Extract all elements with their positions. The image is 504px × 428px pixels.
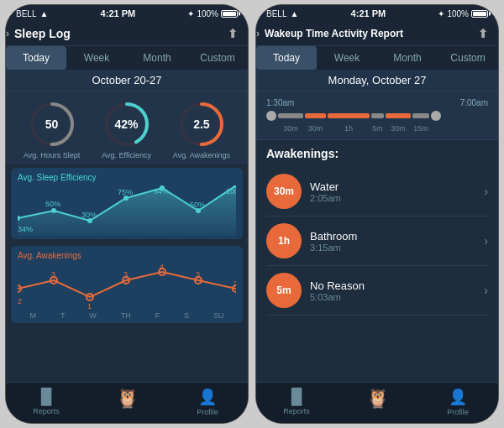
awakening-item-3[interactable]: 5m No Reason 5:03am › — [266, 266, 488, 316]
left-status-bar: BELL ▲ 4:21 PM ✦ 100% — [6, 5, 248, 22]
timeline-end-dot — [431, 111, 441, 121]
left-tabs: Today Week Month Custom — [6, 45, 248, 70]
svg-point-8 — [51, 208, 56, 213]
svg-text:2: 2 — [234, 279, 236, 288]
left-stats-row: 50 Avg. Hours Slept 42% Avg. Efficiency — [6, 91, 248, 164]
tl-seg-1 — [278, 113, 303, 118]
awakenings-chart: Avg. Awakenings 2 3 1 3 — [11, 246, 243, 323]
awakening-time-2: 3:15am — [310, 243, 475, 253]
awakening-item-2[interactable]: 1h Bathroom 3:15am › — [266, 217, 488, 266]
right-tab-custom[interactable]: Custom — [438, 46, 498, 70]
awakening-badge-3: 5m — [266, 273, 302, 308]
stat-awakenings: 2.5 Avg. Awakenings — [173, 100, 230, 159]
left-nav-reports[interactable]: ▐▌ Reports — [6, 388, 87, 416]
right-battery-text: 100% — [447, 9, 469, 18]
svg-text:50%: 50% — [45, 200, 60, 208]
right-battery-icon — [471, 10, 488, 18]
right-profile-label: Profile — [447, 408, 469, 416]
left-phone: BELL ▲ 4:21 PM ✦ 100% › Sleep Log ⬆ Toda… — [5, 4, 249, 424]
timeline-start-dot — [266, 111, 276, 121]
left-tab-week[interactable]: Week — [66, 46, 127, 70]
left-title-chevron: › — [6, 28, 9, 39]
awakening-chevron-2: › — [484, 234, 488, 248]
svg-text:3: 3 — [51, 270, 55, 279]
tl-seg-6 — [412, 113, 429, 118]
right-title-bar: › Wakeup Time Activity Report ⬆ — [256, 22, 498, 45]
svg-text:4: 4 — [160, 264, 164, 271]
svg-text:75%: 75% — [118, 188, 133, 196]
awakening-info-1: Water 2:05am — [310, 180, 475, 203]
timeline-end: 7:00am — [460, 98, 488, 107]
left-share-icon[interactable]: ⬆ — [228, 27, 238, 40]
right-profile-icon: 👤 — [449, 388, 467, 406]
left-nav-owl[interactable]: 🦉 — [87, 388, 167, 416]
tl-seg-2 — [305, 113, 326, 118]
tl-label-2: 30m — [305, 124, 326, 133]
right-tabs: Today Week Month Custom — [256, 45, 498, 70]
right-reports-label: Reports — [283, 407, 310, 415]
svg-text:50%: 50% — [190, 201, 205, 209]
awakenings-section: Awakenings: 30m Water 2:05am › 1h Bathro… — [256, 140, 498, 319]
left-tab-today[interactable]: Today — [6, 46, 66, 70]
tl-label-6: 15m — [412, 124, 429, 133]
awakening-reason-3: No Reason — [310, 279, 475, 292]
left-bottom-nav: ▐▌ Reports 🦉 👤 Profile — [6, 382, 248, 423]
timeline-times: 1:30am 7:00am — [266, 98, 488, 107]
left-tab-month[interactable]: Month — [127, 46, 187, 70]
right-tab-month[interactable]: Month — [377, 46, 438, 70]
right-share-icon[interactable]: ⬆ — [478, 27, 488, 40]
right-title-chevron: › — [256, 28, 260, 39]
tl-label-4: 5m — [371, 124, 384, 133]
stat-awakenings-value: 2.5 — [193, 117, 209, 131]
awakening-badge-2: 1h — [266, 223, 302, 258]
awakenings-chart-title: Avg. Awakenings — [18, 251, 236, 260]
left-reports-label: Reports — [33, 407, 60, 415]
right-phone: BELL ▲ 4:21 PM ✦ 100% › Wakeup Time Acti… — [255, 4, 499, 424]
right-bluetooth-icon: ✦ — [438, 9, 444, 18]
right-nav-profile[interactable]: 👤 Profile — [417, 388, 498, 416]
timeline-start: 1:30am — [266, 98, 294, 107]
left-title-bar: › Sleep Log ⬆ — [6, 22, 248, 45]
left-reports-icon: ▐▌ — [35, 388, 57, 405]
svg-text:30%: 30% — [81, 211, 97, 219]
awakening-reason-1: Water — [310, 180, 475, 193]
timeline-labels: 30m 30m 1h 5m 30m 15m — [266, 124, 488, 133]
awakening-reason-2: Bathroom — [310, 230, 475, 243]
right-tab-week[interactable]: Week — [317, 46, 377, 70]
awakenings-chart-area: 2 3 1 3 4 3 2 — [18, 264, 236, 310]
tl-label-3: 1h — [328, 124, 370, 133]
right-date: Monday, October 27 — [256, 70, 498, 91]
awakening-time-3: 5:03am — [310, 292, 475, 302]
right-nav-reports[interactable]: ▐▌ Reports — [256, 388, 337, 416]
timeline-bar — [266, 111, 488, 121]
left-profile-label: Profile — [197, 408, 218, 416]
right-nav-owl[interactable]: 🦉 — [337, 388, 417, 416]
sleep-chart-title: Avg. Sleep Efficiency — [18, 173, 236, 182]
left-battery-text: 100% — [197, 9, 218, 18]
svg-text:2: 2 — [18, 297, 22, 305]
left-bluetooth-icon: ✦ — [187, 9, 194, 18]
tl-seg-5 — [386, 113, 411, 118]
right-tab-today[interactable]: Today — [256, 46, 317, 70]
left-date-range: October 20-27 — [6, 70, 248, 91]
left-nav-profile[interactable]: 👤 Profile — [167, 388, 248, 416]
awakening-chevron-3: › — [484, 284, 488, 297]
left-wifi-icon: ▲ — [39, 9, 48, 18]
left-time: 4:21 PM — [101, 8, 136, 18]
right-bottom-nav: ▐▌ Reports 🦉 👤 Profile — [256, 382, 498, 423]
right-status-bar: BELL ▲ 4:21 PM ✦ 100% — [256, 5, 498, 22]
awakening-item-1[interactable]: 30m Water 2:05am › — [266, 167, 488, 217]
stat-efficiency: 42% Avg. Efficiency — [102, 100, 151, 159]
stat-hours-value: 50 — [45, 117, 59, 131]
left-tab-custom[interactable]: Custom — [187, 46, 248, 70]
right-reports-icon: ▐▌ — [286, 388, 307, 405]
stat-efficiency-value: 42% — [115, 117, 139, 131]
right-time: 4:21 PM — [351, 8, 386, 18]
awakenings-title: Awakenings: — [266, 147, 488, 160]
awakening-time-1: 2:05am — [310, 193, 475, 203]
right-owl-icon: 🦉 — [366, 388, 389, 410]
svg-text:100%: 100% — [226, 187, 236, 196]
awakening-info-3: No Reason 5:03am — [310, 279, 475, 302]
stat-efficiency-label: Avg. Efficiency — [102, 151, 151, 159]
stat-awakenings-label: Avg. Awakenings — [173, 151, 230, 159]
